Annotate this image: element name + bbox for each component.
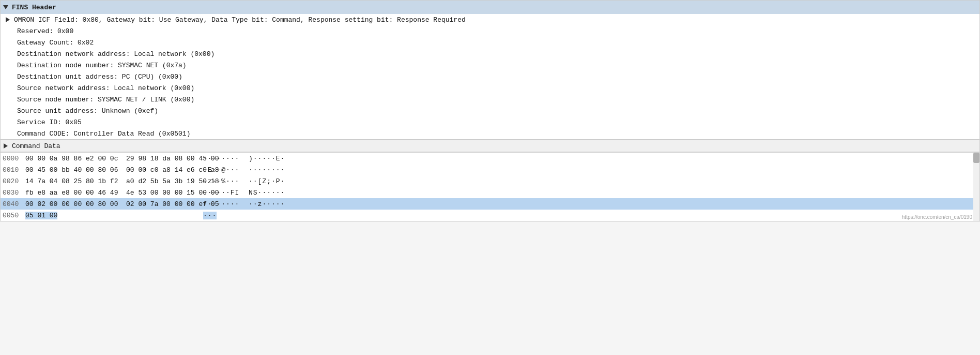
command-data-title-row[interactable]: Command Data — [1, 140, 979, 152]
offset-0000: 0000 — [1, 155, 23, 162]
command-data-section: Command Data — [1, 139, 979, 152]
watermark: https://onc.com/en/cn_ca/0190 — [902, 214, 972, 220]
ascii-0030: ······FI NS······ — [199, 189, 285, 197]
hex-dump-section: 0000 00 00 0a 98 86 e2 00 0c 29 98 18 da… — [1, 152, 979, 221]
ascii-0050: ··· — [199, 212, 217, 219]
scrollbar-track[interactable] — [973, 153, 979, 221]
fins-header-title-row[interactable]: FINS Header — [1, 1, 979, 14]
omron-icf-text: OMRON ICF Field: 0x80, Gateway bit: Use … — [14, 16, 466, 24]
fins-header-expand-icon[interactable] — [3, 4, 9, 10]
main-container: FINS Header OMRON ICF Field: 0x80, Gatew… — [0, 0, 980, 221]
bytes-0020: 14 7a 04 08 25 80 1b f2 a0 d2 5b 5a 3b 1… — [23, 178, 199, 185]
hex-row-0020: 0020 14 7a 04 08 25 80 1b f2 a0 d2 5b 5a… — [1, 175, 979, 187]
src-unit-row: Source unit address: Unknown (0xef) — [1, 105, 979, 116]
dest-unit-text: Destination unit address: PC (CPU) (0x00… — [17, 73, 182, 81]
fins-header-details: OMRON ICF Field: 0x80, Gateway bit: Use … — [1, 14, 979, 139]
reserved-row: Reserved: 0x00 — [1, 25, 979, 37]
service-id-text: Service ID: 0x05 — [17, 119, 82, 126]
ascii-0010: ·E··@··· ········ — [199, 166, 285, 174]
hex-row-0050: 0050 05 01 00 ··· — [1, 210, 979, 221]
src-unit-text: Source unit address: Unknown (0xef) — [17, 107, 158, 115]
bytes-0040: 00 02 00 00 00 00 80 00 02 00 7a 00 00 0… — [23, 200, 199, 208]
gateway-count-row: Gateway Count: 0x02 — [1, 37, 979, 48]
bytes-0050: 05 01 00 — [23, 212, 199, 219]
ascii-0040: ········ ··z····· — [199, 200, 285, 208]
offset-0020: 0020 — [1, 178, 23, 185]
dest-node-row: Destination node number: SYSMAC NET (0x7… — [1, 60, 979, 71]
ascii-0000: ········ )·····E· — [199, 155, 285, 162]
dest-network-row: Destination network address: Local netwo… — [1, 48, 979, 60]
reserved-text: Reserved: 0x00 — [17, 27, 73, 35]
offset-0050: 0050 — [1, 212, 23, 219]
dest-node-text: Destination node number: SYSMAC NET (0x7… — [17, 62, 187, 69]
service-id-row: Service ID: 0x05 — [1, 116, 979, 128]
src-node-text: Source node number: SYSMAC NET / LINK (0… — [17, 96, 194, 103]
scrollbar-thumb[interactable] — [973, 153, 979, 163]
src-network-text: Source network address: Local network (0… — [17, 84, 194, 92]
dest-network-text: Destination network address: Local netwo… — [17, 50, 215, 58]
command-data-title: Command Data — [12, 142, 60, 150]
dest-unit-row: Destination unit address: PC (CPU) (0x00… — [1, 71, 979, 82]
command-data-expand-icon[interactable] — [3, 143, 9, 149]
hex-row-0010: 0010 00 45 00 bb 40 00 80 06 00 00 c0 a8… — [1, 164, 979, 175]
src-network-row: Source network address: Local network (0… — [1, 82, 979, 94]
offset-0030: 0030 — [1, 189, 23, 197]
bytes-0010: 00 45 00 bb 40 00 80 06 00 00 c0 a8 14 e… — [23, 166, 199, 174]
command-code-text: Command CODE: Controller Data Read (0x05… — [17, 130, 190, 138]
command-code-row: Command CODE: Controller Data Read (0x05… — [1, 128, 979, 139]
gateway-count-text: Gateway Count: 0x02 — [17, 39, 94, 47]
omron-expand-icon[interactable] — [5, 17, 11, 23]
hex-row-0030: 0030 fb e8 aa e8 00 00 46 49 4e 53 00 00… — [1, 187, 979, 198]
hex-row-0000: 0000 00 00 0a 98 86 e2 00 0c 29 98 18 da… — [1, 153, 979, 164]
bytes-0000: 00 00 0a 98 86 e2 00 0c 29 98 18 da 08 0… — [23, 155, 199, 162]
omron-icf-row[interactable]: OMRON ICF Field: 0x80, Gateway bit: Use … — [1, 14, 979, 25]
bytes-0030: fb e8 aa e8 00 00 46 49 4e 53 00 00 00 1… — [23, 189, 199, 197]
ascii-0020: ·z··%··· ··[Z;·P· — [199, 178, 285, 185]
hex-row-0040: 0040 00 02 00 00 00 00 80 00 02 00 7a 00… — [1, 198, 979, 210]
src-node-row: Source node number: SYSMAC NET / LINK (0… — [1, 94, 979, 105]
offset-0040: 0040 — [1, 200, 23, 208]
fins-header-title: FINS Header — [12, 4, 56, 11]
offset-0010: 0010 — [1, 166, 23, 174]
